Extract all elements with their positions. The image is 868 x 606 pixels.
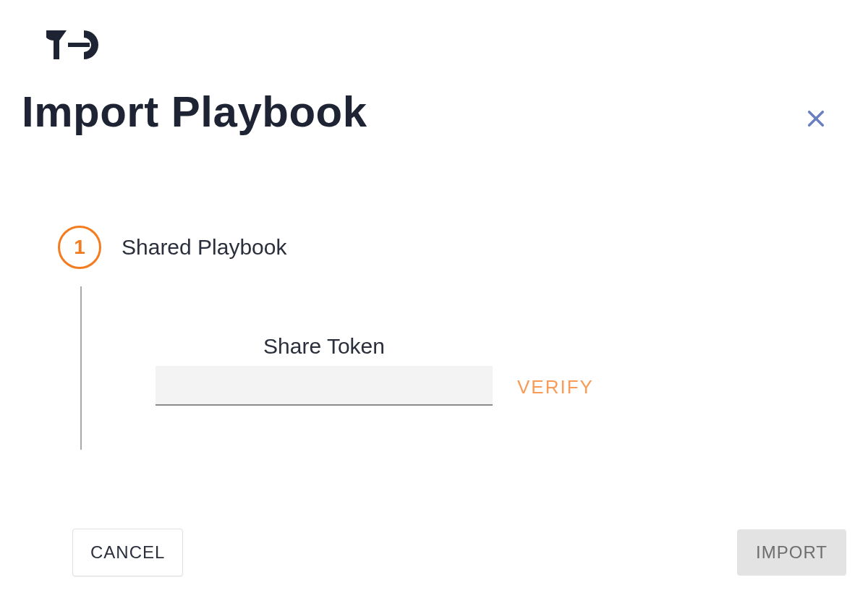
step-header: 1 Shared Playbook bbox=[58, 226, 287, 269]
dialog-footer: CANCEL IMPORT bbox=[0, 529, 868, 576]
close-icon bbox=[806, 108, 826, 131]
svg-rect-0 bbox=[68, 43, 90, 47]
cancel-button[interactable]: CANCEL bbox=[72, 529, 183, 576]
share-token-field-group: Share Token VERIFY bbox=[156, 334, 662, 406]
import-button[interactable]: IMPORT bbox=[737, 529, 846, 576]
close-button[interactable] bbox=[801, 105, 830, 134]
share-token-input[interactable] bbox=[156, 366, 493, 406]
step-connector-line bbox=[80, 286, 82, 450]
page-title: Import Playbook bbox=[22, 87, 367, 137]
brand-logo bbox=[46, 30, 101, 59]
step-number-badge: 1 bbox=[58, 226, 101, 269]
share-token-label: Share Token bbox=[156, 334, 493, 359]
step-label: Shared Playbook bbox=[122, 235, 287, 260]
verify-button[interactable]: VERIFY bbox=[514, 369, 597, 406]
step-number: 1 bbox=[74, 236, 85, 259]
